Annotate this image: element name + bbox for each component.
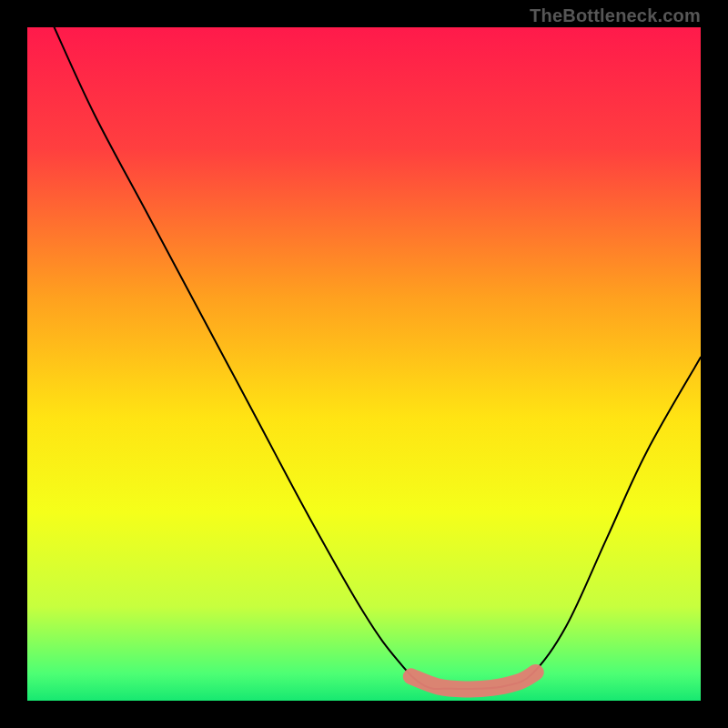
plot-area: [27, 27, 701, 701]
chart-container: TheBottleneck.com: [0, 0, 728, 728]
watermark-text: TheBottleneck.com: [530, 5, 701, 26]
svg-rect-0: [27, 27, 701, 701]
chart-svg: [27, 27, 701, 701]
